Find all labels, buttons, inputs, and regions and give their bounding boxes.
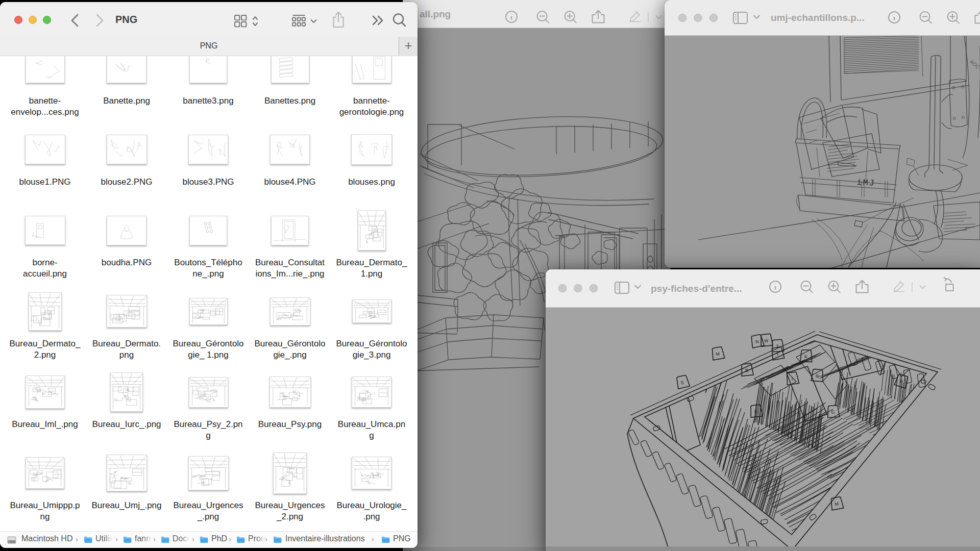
- svg-text:F: F: [899, 379, 904, 384]
- svg-text:W: W: [764, 338, 769, 344]
- svg-text:M: M: [716, 351, 720, 357]
- svg-text:N: N: [755, 339, 759, 344]
- svg-text:iMJ: iMJ: [856, 178, 876, 188]
- svg-text:I: I: [791, 377, 793, 382]
- svg-text:K: K: [804, 354, 807, 359]
- svg-text:G: G: [831, 410, 835, 415]
- svg-text:R: R: [815, 373, 819, 379]
- svg-text:G: G: [754, 409, 758, 415]
- svg-text:ż: ż: [964, 226, 967, 232]
- svg-text:T: T: [776, 344, 779, 349]
- svg-text:E: E: [680, 380, 684, 385]
- svg-text:M: M: [835, 501, 839, 507]
- svg-text:B: B: [745, 368, 749, 373]
- svg-text:AOC: AOC: [968, 58, 980, 70]
